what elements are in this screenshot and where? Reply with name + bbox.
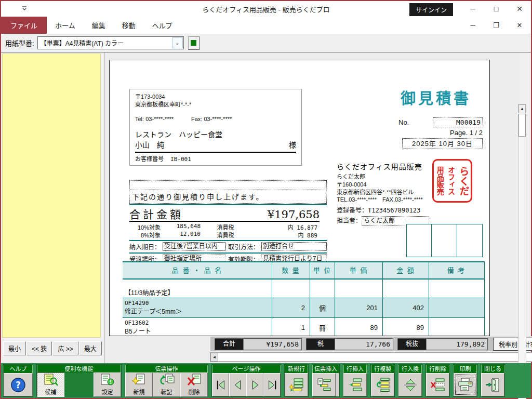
- delete-slip-button[interactable]: 削除: [180, 373, 208, 397]
- item-note: [429, 298, 484, 317]
- duplicate-row-button[interactable]: [371, 373, 394, 396]
- menu-edit[interactable]: 編集: [84, 17, 114, 34]
- items-table-header: 品 番 ・ 品 名 数 量 単 位 単 価 金 額 備 考: [123, 262, 485, 280]
- next-page-button[interactable]: [246, 373, 263, 396]
- group-title: 伝票操作: [125, 365, 208, 373]
- menu-home[interactable]: ホーム: [47, 17, 84, 34]
- insert-slip-button[interactable]: [312, 373, 336, 396]
- candidates-label: 候補: [45, 388, 57, 396]
- doc-no-value[interactable]: M00019: [433, 117, 483, 127]
- bottom-toolbar: ヘルプ ? 便利な機能: [1, 363, 531, 398]
- doc-close-button[interactable]: ✕: [508, 17, 531, 34]
- delete-row-button[interactable]: [426, 373, 449, 396]
- item-note: [429, 318, 484, 336]
- candidates-icon: [44, 374, 58, 387]
- customer-tel: Tel: 03-****-****: [135, 116, 174, 122]
- close-button[interactable]: ✕: [508, 1, 531, 17]
- summary-net-label: 税抜: [398, 339, 426, 350]
- customer-number: IB-001: [170, 156, 191, 163]
- menu-file[interactable]: ファイル: [1, 17, 47, 34]
- horizontal-scroll-track[interactable]: [218, 353, 532, 362]
- table-row[interactable]: 【11/3納品予定】: [123, 280, 485, 298]
- maximize-button[interactable]: □: [485, 1, 508, 17]
- doc-date-field[interactable]: 2025年 10月 30日: [402, 138, 483, 149]
- toolbar-spacer: [64, 373, 94, 397]
- green-square-icon: [191, 40, 196, 46]
- toolbar-group-help: ヘルプ ?: [3, 364, 33, 397]
- swap-row-button[interactable]: [398, 373, 422, 396]
- panel-max-button[interactable]: 最大: [79, 341, 102, 355]
- tax8-label: 消費税: [201, 231, 250, 239]
- table-row[interactable]: OF14290 修正テープ＜5mm＞ 2 個 201 402: [123, 298, 485, 318]
- print-button[interactable]: [454, 373, 477, 396]
- summary-tax-value: 17,766: [335, 339, 393, 350]
- insert-row-button[interactable]: [343, 373, 367, 396]
- summary-net: 税抜 179,892: [397, 338, 488, 350]
- greeting-field[interactable]: 下記の通り御見積り申し上げます。: [129, 180, 327, 204]
- transfer-slip-button[interactable]: 転記: [153, 373, 180, 397]
- last-page-button[interactable]: [263, 373, 281, 396]
- toolbar-group-page: ページ操作: [211, 364, 281, 397]
- duplicate-row-icon: [376, 378, 390, 392]
- print-icon: [458, 378, 473, 392]
- group-title: ヘルプ: [4, 365, 33, 373]
- candidates-button[interactable]: 候補: [37, 373, 64, 397]
- tax8-amount: 内 889: [250, 231, 317, 239]
- doc-minimize-button[interactable]: ─: [461, 17, 484, 34]
- stamp-line-3: 用品販売: [436, 166, 444, 195]
- doc-restore-button[interactable]: ❐: [485, 17, 508, 34]
- summary-tax-label: 税: [307, 339, 335, 350]
- scroll-up-icon[interactable]: ▲: [518, 104, 526, 113]
- panel-narrow-button[interactable]: << 狭: [26, 341, 52, 355]
- prev-page-button[interactable]: [229, 373, 246, 396]
- summary-total: 合計 ¥197,658: [215, 338, 302, 350]
- seller-tel: TEL.03-****-****: [337, 196, 377, 203]
- seller-reg-label: 登録番号：: [337, 207, 368, 214]
- new-slip-button[interactable]: 新規: [125, 373, 153, 397]
- quick-access-chevron-icon[interactable]: [21, 6, 28, 12]
- new-row-button[interactable]: [285, 373, 308, 396]
- estimate-page[interactable]: 〒173-0034 東京都板橋区幸町*-*-* Tel: 03-****-***…: [109, 60, 490, 336]
- paper-color-button[interactable]: [188, 36, 200, 50]
- minimize-button[interactable]: ─: [461, 1, 484, 17]
- chevron-down-icon[interactable]: ⌄: [172, 37, 183, 48]
- paper-number-combobox[interactable]: 【単票】A4見積書(AT) カラー ⌄: [37, 36, 184, 49]
- col-unit: 単 位: [310, 262, 335, 278]
- group-title: 行複製: [371, 365, 394, 373]
- document-preview-area: 〒173-0034 東京都板橋区幸町*-*-* Tel: 03-****-***…: [104, 52, 520, 363]
- vertical-scrollbar[interactable]: ▲ ▼: [518, 104, 526, 399]
- scroll-left-icon[interactable]: ◄: [210, 353, 218, 362]
- delivery-date-field[interactable]: 受注後7営業日以内: [163, 242, 226, 251]
- help-button[interactable]: ?: [4, 373, 33, 396]
- group-title: 閉じる: [481, 365, 504, 373]
- vertical-scroll-thumb[interactable]: [518, 114, 526, 137]
- company-seal-stamp: らくだ オフィス 用品販売: [432, 159, 472, 203]
- close-window-button[interactable]: [481, 373, 504, 396]
- prev-page-icon: [232, 379, 244, 391]
- summary-net-value: 179,892: [426, 339, 487, 350]
- toolbar-group-slip: 伝票操作 新規: [125, 364, 208, 397]
- panel-wide-button[interactable]: 広 >>: [52, 341, 78, 355]
- col-item: 品 番 ・ 品 名: [123, 262, 272, 278]
- item-price: 89: [335, 318, 382, 336]
- first-page-button[interactable]: [212, 373, 229, 396]
- transfer-slip-icon: [159, 374, 175, 387]
- seller-rep-label: 担当者：: [337, 217, 362, 225]
- summary-total-value: ¥197,658: [243, 339, 301, 350]
- customer-name: レストラン ハッピー食堂: [135, 130, 296, 140]
- transaction-method-field[interactable]: 別途打合せ: [261, 242, 327, 251]
- horizontal-scrollbar[interactable]: ◄ ►: [210, 352, 532, 362]
- svg-text:?: ?: [16, 380, 21, 390]
- menu-help[interactable]: ヘルプ: [144, 17, 181, 34]
- table-row[interactable]: OF13602 B5ノート 1 冊 89 89: [123, 318, 485, 336]
- settings-label: 設定: [102, 388, 113, 396]
- grand-total-value: ¥197,658: [268, 208, 320, 221]
- settings-button[interactable]: ! 設定: [94, 373, 121, 397]
- signin-button[interactable]: サインイン: [409, 3, 453, 16]
- delete-slip-icon: [187, 374, 202, 387]
- note-cell: 【11/3納品予定】: [123, 280, 272, 298]
- toolbar-group-delete-row: 行削除: [425, 364, 450, 397]
- side-memo-panel[interactable]: [2, 54, 101, 338]
- panel-min-button[interactable]: 最小: [3, 341, 26, 355]
- menu-move[interactable]: 移動: [114, 17, 144, 34]
